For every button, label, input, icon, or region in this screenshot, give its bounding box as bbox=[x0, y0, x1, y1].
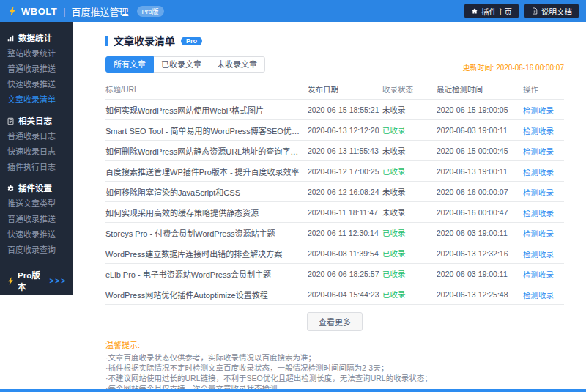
publish-date: 2020-06-08 11:39:54 bbox=[308, 249, 382, 258]
last-checked-time: 2020-06-03 19:00:11 bbox=[437, 270, 523, 278]
tip-item: 插件根据实际情况不定时检测文章百度收录状态，一般情况检测时间间隔为2-3天； bbox=[105, 363, 564, 373]
title-pro-badge: Pro bbox=[181, 37, 202, 45]
header-actions: 插件主页 说明文档 bbox=[459, 4, 579, 18]
last-checked-time: 2020-06-13 12:32:16 bbox=[437, 249, 523, 258]
table-body: 如何实现WordPress网站使用WebP格式图片 2020-06-15 18:… bbox=[105, 100, 564, 305]
docs-label: 说明文档 bbox=[541, 6, 572, 17]
publish-date: 2020-06-11 12:30:14 bbox=[308, 229, 382, 237]
sidebar-item[interactable]: 百度收录查询 bbox=[0, 243, 73, 258]
plugin-home-button[interactable]: 插件主页 bbox=[464, 4, 519, 18]
status-badge: 已收录 bbox=[382, 270, 406, 278]
index-status: 未收录 bbox=[382, 207, 437, 218]
chevrons-right-icon: >>> bbox=[49, 277, 67, 285]
last-checked-time: 2020-06-03 19:00:11 bbox=[437, 126, 523, 135]
sidebar-item[interactable]: 普通收录日志 bbox=[0, 129, 73, 144]
sidebar-item[interactable]: 插件执行日志 bbox=[0, 160, 73, 175]
post-title-link[interactable]: eLib Pro - 电子书资源站WordPress会员制主题 bbox=[105, 268, 300, 280]
sidebar-item[interactable]: 快速收录推送 bbox=[0, 77, 73, 92]
page-title-row: 文章收录清单 Pro bbox=[105, 35, 564, 47]
check-index-link[interactable]: 检测收录 bbox=[523, 270, 554, 279]
sidebar-item[interactable]: 快速收录推送 bbox=[0, 227, 73, 243]
filter-tabs: 所有文章已收录文章未收录文章 bbox=[105, 56, 265, 73]
check-index-link[interactable]: 检测收录 bbox=[523, 168, 554, 177]
sidebar-section: 数据统计 整站收录统计 普通收录推送 快速收录推送 文章收录清单 bbox=[0, 31, 73, 108]
last-checked-time: 2020-06-13 12:25:48 bbox=[437, 290, 523, 299]
check-index-link[interactable]: 检测收录 bbox=[523, 209, 554, 218]
tips-list: 文章百度收录状态仅供参考，实际收录情况以百度搜索为准；插件根据实际情况不定时检测… bbox=[105, 352, 564, 389]
brand: WBOLT | 百度推送管理 Pro版 bbox=[7, 4, 164, 18]
publish-date: 2020-06-12 16:08:24 bbox=[308, 188, 382, 196]
tip-item: 每个网站每个月仅支持一次全量文章收录状态检测。 bbox=[105, 383, 564, 389]
home-icon bbox=[471, 7, 478, 15]
status-badge: 未收录 bbox=[382, 106, 406, 114]
sidebar-item[interactable]: 推送文章类型 bbox=[0, 196, 73, 212]
main-content: 文章收录清单 Pro 所有文章已收录文章未收录文章 更新时间: 2020-06-… bbox=[73, 22, 586, 389]
sidebar-section: 相关日志 普通收录日志 快速收录日志 插件执行日志 bbox=[0, 114, 73, 175]
pro-label: Pro版本 bbox=[18, 269, 44, 292]
status-badge: 未收录 bbox=[382, 188, 406, 196]
table-row: Smart SEO Tool - 简单易用的WordPress博客SEO优化插件… bbox=[105, 120, 564, 141]
post-title-link[interactable]: 百度搜索推送管理WP插件Pro版本 - 提升百度收录效率 bbox=[105, 166, 300, 177]
sidebar-pro-link[interactable]: Pro版本 >>> bbox=[0, 264, 73, 297]
log-icon bbox=[7, 117, 15, 125]
publish-date: 2020-06-13 11:55:43 bbox=[308, 147, 382, 155]
table-row: eLib Pro - 电子书资源站WordPress会员制主题 2020-06-… bbox=[105, 264, 564, 284]
sidebar: 数据统计 整站收录统计 普通收录推送 快速收录推送 文章收录清单 相关日志 普通… bbox=[0, 22, 73, 295]
post-title-link[interactable]: 如何移除阻塞渲染的JavaScript和CSS bbox=[105, 186, 300, 198]
table-row: 百度搜索推送管理WP插件Pro版本 - 提升百度收录效率 2020-06-12 … bbox=[105, 161, 564, 182]
post-title-link[interactable]: 如何删除WordPress网站静态资源URL地址的查询字符串 bbox=[105, 145, 300, 157]
last-checked-time: 2020-06-15 19:00:05 bbox=[437, 106, 523, 114]
footer-accent-bar bbox=[0, 389, 586, 392]
tips-section: 温馨提示: 文章百度收录状态仅供参考，实际收录情况以百度搜索为准；插件根据实际情… bbox=[105, 340, 564, 389]
check-index-link[interactable]: 检测收录 bbox=[523, 291, 554, 300]
tips-title: 温馨提示: bbox=[105, 340, 564, 350]
index-status: 已收录 bbox=[382, 227, 437, 238]
post-title-link[interactable]: Storeys Pro - 付费会员制WordPress资源站主题 bbox=[105, 227, 300, 239]
column-header: 最近检测时间 bbox=[437, 84, 523, 95]
sidebar-section: 插件设置 推送文章类型 普通收录推送 快速收录推送 百度收录查询 bbox=[0, 181, 73, 258]
post-title-link[interactable]: WordPress建立数据库连接时出错的排查解决方案 bbox=[105, 248, 300, 259]
status-badge: 已收录 bbox=[382, 229, 406, 237]
filter-tab[interactable]: 所有文章 bbox=[105, 56, 154, 73]
updated-time: 更新时间: 2020-06-16 00:00:07 bbox=[463, 62, 564, 73]
check-index-link[interactable]: 检测收录 bbox=[523, 229, 554, 238]
column-header: 发布日期 bbox=[308, 84, 382, 95]
post-title-link[interactable]: Smart SEO Tool - 简单易用的WordPress博客SEO优化插件 bbox=[105, 125, 300, 136]
sidebar-section-items: 整站收录统计 普通收录推送 快速收录推送 文章收录清单 bbox=[0, 46, 73, 108]
sidebar-item[interactable]: 整站收录统计 bbox=[0, 46, 73, 62]
post-title-link[interactable]: 如何实现采用高效的缓存策略提供静态资源 bbox=[105, 207, 300, 218]
check-index-link[interactable]: 检测收录 bbox=[523, 106, 554, 115]
app-title: 百度推送管理 bbox=[72, 4, 129, 18]
articles-table: 标题/URL发布日期收录状态最近检测时间操作 如何实现WordPress网站使用… bbox=[105, 80, 564, 305]
sidebar-item[interactable]: 文章收录清单 bbox=[0, 92, 73, 108]
lightning-logo-icon bbox=[7, 6, 18, 16]
load-more-button[interactable]: 查看更多 bbox=[307, 312, 363, 331]
check-index-link[interactable]: 检测收录 bbox=[523, 188, 554, 197]
table-row: WordPress建立数据库连接时出错的排查解决方案 2020-06-08 11… bbox=[105, 243, 564, 264]
publish-date: 2020-06-13 12:12:20 bbox=[308, 126, 382, 135]
index-status: 未收录 bbox=[382, 104, 437, 115]
column-header: 收录状态 bbox=[382, 84, 437, 95]
status-badge: 已收录 bbox=[382, 290, 406, 299]
docs-button[interactable]: 说明文档 bbox=[524, 4, 579, 18]
sidebar-item[interactable]: 快速收录日志 bbox=[0, 144, 73, 160]
status-badge: 未收录 bbox=[382, 208, 406, 217]
sidebar-item[interactable]: 普通收录推送 bbox=[0, 212, 73, 227]
filter-tab[interactable]: 未收录文章 bbox=[209, 56, 265, 73]
post-title-link[interactable]: 如何实现WordPress网站使用WebP格式图片 bbox=[105, 104, 300, 116]
status-badge: 未收录 bbox=[382, 147, 406, 155]
column-header: 标题/URL bbox=[105, 84, 308, 95]
post-title-link[interactable]: WordPress网站优化插件Autoptimize设置教程 bbox=[105, 289, 300, 300]
check-index-link[interactable]: 检测收录 bbox=[523, 147, 554, 156]
table-row: 如何实现WordPress网站使用WebP格式图片 2020-06-15 18:… bbox=[105, 100, 564, 120]
check-index-link[interactable]: 检测收录 bbox=[523, 127, 554, 136]
publish-date: 2020-06-04 15:44:23 bbox=[308, 290, 382, 299]
tip-item: 不建议网站使用过长的URL链接，不利于SEO优化且超出检测长度，无法查询URL的… bbox=[105, 373, 564, 383]
table-row: Storeys Pro - 付费会员制WordPress资源站主题 2020-0… bbox=[105, 223, 564, 243]
last-checked-time: 2020-06-15 00:00:45 bbox=[437, 147, 523, 155]
last-checked-time: 2020-06-03 19:00:11 bbox=[437, 229, 523, 237]
sidebar-section-items: 普通收录日志 快速收录日志 插件执行日志 bbox=[0, 129, 73, 175]
filter-tab[interactable]: 已收录文章 bbox=[153, 56, 209, 73]
sidebar-item[interactable]: 普通收录推送 bbox=[0, 62, 73, 77]
check-index-link[interactable]: 检测收录 bbox=[523, 250, 554, 259]
